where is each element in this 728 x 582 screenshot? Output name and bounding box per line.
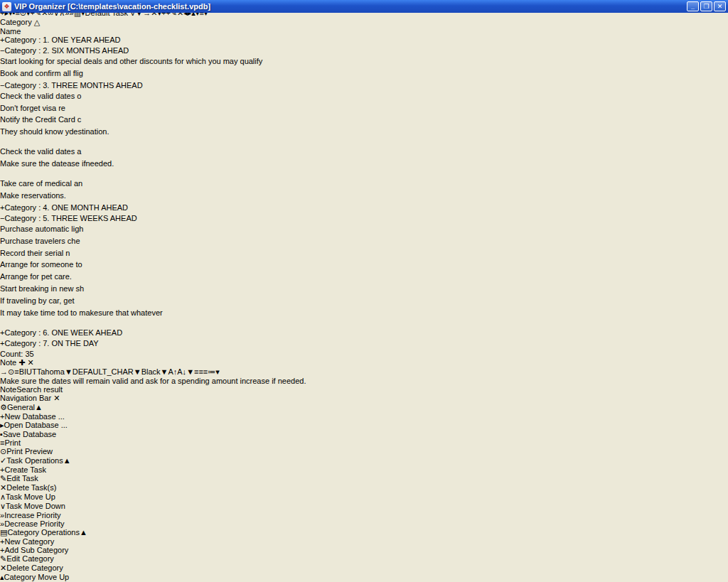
navbar-item-label: Increase Priority xyxy=(4,511,60,519)
bottom-tab-search-result[interactable]: Search result xyxy=(16,385,63,394)
task-row[interactable]: Book and confirm all flig xyxy=(0,69,728,81)
note-print-preview-button[interactable]: ⊙ xyxy=(8,367,14,376)
bottom-tab-note[interactable]: Note xyxy=(0,385,16,394)
navbar-item-add-sub-category[interactable]: +Add Sub Category xyxy=(0,546,728,554)
navbar-item-new-category[interactable]: +New Category xyxy=(0,537,728,546)
delete-category-icon: ✕ xyxy=(0,564,6,572)
note-row-text: d to make xyxy=(64,308,98,317)
group-by-category-button[interactable]: Category △ xyxy=(0,18,40,26)
chevron-down-icon[interactable]: ▼ xyxy=(161,367,168,376)
task-row-label: Purchase automatic ligh xyxy=(0,225,83,233)
note-panel-title: Note xyxy=(0,358,16,367)
task-row[interactable]: Take care of medical an xyxy=(0,179,728,191)
category-row[interactable]: +Category : 1. ONE YEAR AHEAD xyxy=(0,36,728,46)
chevron-up-icon[interactable]: ▲ xyxy=(80,528,87,537)
chevron-down-icon[interactable]: ▼ xyxy=(134,367,141,376)
task-row[interactable]: Notify the Credit Card c xyxy=(0,115,728,127)
task-row[interactable]: Start looking for special deals and othe… xyxy=(0,57,728,69)
note-close-icon[interactable]: ✕ xyxy=(28,358,34,367)
navbar-item-label: Add Sub Category xyxy=(4,546,68,554)
navbar-section-header[interactable]: ✓Task Operations▲ xyxy=(0,456,728,465)
navbar-item-print[interactable]: ≡Print xyxy=(0,438,728,447)
navigation-bar-close-icon[interactable]: ✕ xyxy=(53,394,60,402)
edit-task-icon: ✎ xyxy=(0,474,6,483)
navbar-item-new-database[interactable]: +New Database ... xyxy=(0,412,728,421)
task-row[interactable]: Arrange for pet care. xyxy=(0,272,728,284)
bold-button[interactable]: B xyxy=(19,367,24,376)
task-row-label: Start looking for special deals and othe… xyxy=(0,57,262,65)
navbar-item-delete-task-s[interactable]: ✕Delete Task(s) xyxy=(0,483,728,492)
navbar-item-label: Print xyxy=(4,438,21,447)
note-row[interactable]: It may take time tod to makesure that wh… xyxy=(0,308,728,328)
restore-button[interactable]: ❐ xyxy=(700,1,712,11)
close-button[interactable]: ✕ xyxy=(714,1,726,11)
shrink-font-button[interactable]: A↓ xyxy=(177,367,186,376)
underline-button[interactable]: U xyxy=(26,367,32,376)
pin-icon[interactable]: ✚ xyxy=(18,358,25,367)
minimize-button[interactable]: _ xyxy=(687,1,699,11)
category-row-label: Category : 7. ON THE DAY xyxy=(4,339,98,347)
chevron-up-icon[interactable]: ▲ xyxy=(35,403,43,411)
task-row[interactable]: If traveling by car, get xyxy=(0,296,728,308)
task-row[interactable]: Purchase automatic ligh xyxy=(0,225,728,237)
category-row[interactable]: −Category : 3. THREE MONTHS AHEAD xyxy=(0,81,728,92)
task-row-label: Take care of medical an xyxy=(0,179,82,188)
category-row[interactable]: −Category : 2. SIX MONTHS AHEAD xyxy=(0,46,728,57)
note-row[interactable]: Make sure the datease ifneeded. xyxy=(0,159,728,179)
navbar-item-print-preview[interactable]: ⊙Print Preview xyxy=(0,447,728,456)
navbar-section-items: +Create Task✎Edit Task✕Delete Task(s)∧Ta… xyxy=(0,465,728,528)
category-row[interactable]: +Category : 6. ONE WEEK AHEAD xyxy=(0,328,728,339)
navbar-section-header[interactable]: ▤Category Operations▲ xyxy=(0,528,728,537)
navbar-item-delete-category[interactable]: ✕Delete Category xyxy=(0,564,728,573)
note-panel-header: Note ✚ ✕ xyxy=(0,358,728,367)
category-row[interactable]: +Category : 7. ON THE DAY xyxy=(0,339,728,350)
navbar-item-create-task[interactable]: +Create Task xyxy=(0,465,728,474)
navigation-bar-window: Navigation Bar ✕ ⚙General▲+New Database … xyxy=(0,394,728,582)
navbar-item-label: Delete Category xyxy=(6,564,63,572)
note-row[interactable]: Record their serial n xyxy=(0,249,728,260)
category-row[interactable]: −Category : 5. THREE WEEKS AHEAD xyxy=(0,214,728,225)
group-by-bar: Category △ xyxy=(0,18,728,27)
task-row[interactable]: Start breaking in new sh xyxy=(0,284,728,296)
charset-combo-value: DEFAULT_CHAR xyxy=(73,367,134,376)
task-row[interactable]: Purchase travelers che xyxy=(0,237,728,249)
apply-note-button[interactable]: → xyxy=(0,367,8,376)
chevron-down-icon[interactable]: ▼ xyxy=(65,367,73,376)
navbar-item-category-move-up[interactable]: ▴Category Move Up xyxy=(0,573,728,582)
note-row[interactable]: Don't forget visa re xyxy=(0,104,728,115)
navbar-item-task-move-down[interactable]: ∨Task Move Down xyxy=(0,502,728,511)
navbar-item-edit-category[interactable]: ✎Edit Category xyxy=(0,554,728,564)
task-row[interactable]: Check the valid dates o xyxy=(0,92,728,104)
category-row[interactable]: +Category : 4. ONE MONTH AHEAD xyxy=(0,203,728,214)
navbar-item-label: Task Move Up xyxy=(6,492,55,501)
navbar-item-increase-priority[interactable]: »Increase Priority xyxy=(0,511,728,519)
bullets-button[interactable]: ≔ xyxy=(208,367,215,376)
font-combo[interactable]: TTahoma▼ xyxy=(32,367,73,376)
navbar-section-items: +New Database ...▸Open Database ...▪Save… xyxy=(0,412,728,456)
navbar-item-save-database[interactable]: ▪Save Database xyxy=(0,430,728,438)
note-row[interactable]: They should know ydestination. xyxy=(0,127,728,147)
task-row[interactable]: Make reservations. xyxy=(0,191,728,203)
navigation-bar-titlebar[interactable]: Navigation Bar ✕ xyxy=(0,394,728,403)
chevron-up-icon[interactable]: ▲ xyxy=(63,456,71,465)
task-count: Count: 35 xyxy=(0,350,34,358)
task-row[interactable]: Check the valid dates a xyxy=(0,147,728,159)
navbar-section-header[interactable]: ⚙General▲ xyxy=(0,403,728,412)
charset-combo[interactable]: DEFAULT_CHAR▼ xyxy=(73,367,141,376)
name-column-header[interactable]: Name xyxy=(0,27,728,36)
navbar-item-open-database[interactable]: ▸Open Database ... xyxy=(0,421,728,430)
grow-font-button[interactable]: A↑ xyxy=(168,367,177,376)
navbar-item-edit-task[interactable]: ✎Edit Task xyxy=(0,474,728,483)
chevron-down-icon[interactable]: ▼ xyxy=(186,367,194,376)
note-text-area[interactable]: Make sure the dates will remain valid an… xyxy=(0,377,728,385)
note-row-text: needed. xyxy=(85,159,114,168)
dropdown-caret-icon[interactable]: ▾ xyxy=(215,367,220,376)
navbar-item-decrease-priority[interactable]: »Decrease Priority xyxy=(0,519,728,528)
titlebar: ❖ VIP Organizer [C:\templates\vacation-c… xyxy=(0,0,728,13)
task-row[interactable]: Arrange for someone to xyxy=(0,260,728,272)
navbar-item-task-move-up[interactable]: ∧Task Move Up xyxy=(0,492,728,502)
category-row-label: Category : 6. ONE WEEK AHEAD xyxy=(4,328,122,337)
font-size-combo[interactable]: ▼ xyxy=(186,367,194,376)
font-color-combo[interactable]: Black▼ xyxy=(141,367,168,376)
note-row-text: sure that whatever xyxy=(98,308,163,317)
